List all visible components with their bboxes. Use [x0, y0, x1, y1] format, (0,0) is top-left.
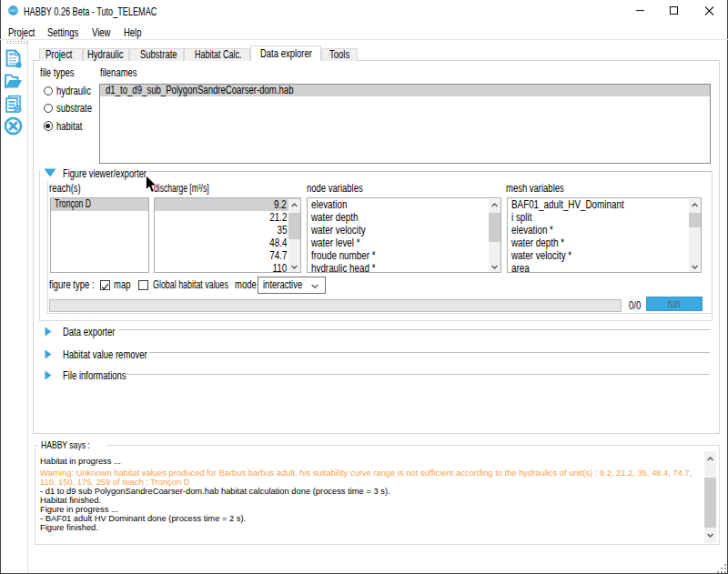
svg-text:HABBY: HABBY: [9, 9, 17, 13]
